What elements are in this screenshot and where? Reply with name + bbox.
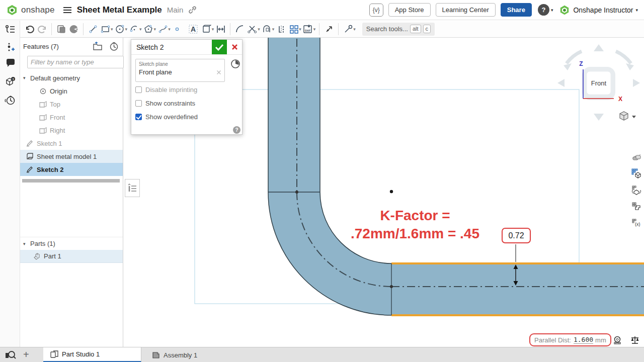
- rollback-handle-button[interactable]: [125, 179, 140, 197]
- sketch-text-button[interactable]: A: [188, 23, 200, 36]
- dimension-tool-button[interactable]: [214, 23, 227, 36]
- fillet-tool-button[interactable]: [233, 23, 246, 36]
- offset-dropdown-icon[interactable]: ▾: [272, 27, 275, 32]
- tree-node-sheet-metal-model[interactable]: Sheet metal model 1: [20, 150, 123, 163]
- new-tab-button[interactable]: +: [23, 349, 29, 360]
- onshape-logo-icon[interactable]: [6, 4, 18, 16]
- comments-button[interactable]: [4, 57, 16, 69]
- tree-node-sketch1[interactable]: Sketch 1: [20, 137, 123, 150]
- clear-selection-icon[interactable]: [216, 70, 221, 75]
- construction-tool-button[interactable]: [342, 23, 354, 36]
- folded-view-button[interactable]: [629, 182, 643, 198]
- tab-assembly-1[interactable]: Assembly 1: [145, 347, 216, 362]
- pattern-tool-button[interactable]: [287, 23, 300, 36]
- view-cube[interactable]: Front Z X: [553, 40, 644, 126]
- checkbox-disable-imprinting[interactable]: Disable imprinting: [135, 86, 197, 94]
- tab-part-studio-1[interactable]: Part Studio 1: [43, 347, 141, 362]
- document-menu-icon[interactable]: [63, 7, 72, 14]
- insert-dxf-button[interactable]: DXF: [302, 23, 314, 36]
- measure-result-box[interactable]: Parallel Dist: 1.600 mm: [529, 333, 611, 346]
- rollback-bar[interactable]: [22, 179, 120, 183]
- featurescript-icon[interactable]: {v}: [369, 4, 383, 17]
- trim-tool-button[interactable]: [246, 23, 259, 36]
- flat-pattern-view-button[interactable]: [629, 165, 643, 181]
- measure-value-field[interactable]: 1.600: [574, 336, 593, 344]
- search-tabs-button[interactable]: [5, 350, 16, 360]
- share-link-icon[interactable]: [188, 6, 197, 14]
- offset-tool-button[interactable]: [261, 23, 273, 36]
- tree-node-plane-top[interactable]: Top: [20, 98, 123, 111]
- undo-button[interactable]: [23, 23, 36, 36]
- versions-button[interactable]: [4, 42, 16, 54]
- tree-node-part1[interactable]: Part 1: [20, 250, 123, 263]
- parts-help-button[interactable]: ?: [4, 76, 16, 88]
- checkbox-show-constraints[interactable]: Show constraints: [135, 100, 195, 107]
- app-store-button[interactable]: App Store: [388, 3, 431, 17]
- mirror-tool-button[interactable]: [275, 23, 287, 36]
- checkbox-show-overdefined[interactable]: Show overdefined: [135, 113, 198, 121]
- spline-dropdown-icon[interactable]: ▾: [168, 27, 171, 32]
- arc-dropdown-icon[interactable]: ▾: [139, 27, 142, 32]
- tree-node-parts-header[interactable]: ▾ Parts (1): [20, 237, 123, 250]
- rectangle-dropdown-icon[interactable]: ▾: [111, 27, 113, 32]
- sketch-plane-field[interactable]: Sketch plane Front plane: [135, 59, 225, 82]
- spline-tool-button[interactable]: [156, 23, 169, 36]
- use-dropdown-icon[interactable]: ▾: [212, 27, 214, 32]
- rectangle-tool-button[interactable]: [99, 23, 112, 36]
- sheet-metal-table-button[interactable]: [629, 199, 643, 214]
- new-folder-icon[interactable]: [92, 42, 103, 51]
- split-button[interactable]: [67, 23, 80, 36]
- feature-history-icon[interactable]: [109, 42, 119, 51]
- filter-input[interactable]: [27, 56, 124, 68]
- dialog-help-icon[interactable]: ?: [233, 126, 240, 134]
- dialog-accept-button[interactable]: [212, 40, 227, 54]
- help-button[interactable]: ?: [538, 4, 549, 16]
- construction-dropdown-icon[interactable]: ▾: [353, 27, 356, 32]
- history-button[interactable]: [4, 94, 16, 106]
- circle-dropdown-icon[interactable]: ▾: [125, 27, 128, 32]
- tree-node-origin[interactable]: Origin: [20, 84, 123, 98]
- checkbox-icon[interactable]: [135, 100, 142, 107]
- bend-calculation-button[interactable]: (x): [629, 215, 643, 231]
- view-options-cube-icon[interactable]: [620, 112, 636, 120]
- line-tool-button[interactable]: [87, 23, 99, 36]
- view-options-caret[interactable]: [632, 116, 636, 118]
- checkbox-icon[interactable]: [135, 86, 142, 93]
- tree-node-sketch2-selected[interactable]: Sketch 2: [20, 163, 123, 176]
- polygon-tool-button[interactable]: [142, 23, 155, 36]
- redo-button[interactable]: [36, 23, 48, 36]
- tree-node-plane-right[interactable]: Right: [20, 124, 123, 137]
- help-caret-icon[interactable]: ▾: [551, 8, 553, 13]
- mass-properties-button[interactable]: [630, 335, 640, 345]
- measure-tool-button[interactable]: [613, 335, 623, 345]
- arc-tool-button[interactable]: [128, 23, 140, 36]
- tree-node-default-geometry[interactable]: ▾ Default geometry: [20, 71, 123, 84]
- workspace-name[interactable]: Main: [167, 6, 184, 14]
- document-title[interactable]: Sheet Metal Example: [77, 5, 162, 15]
- dialog-cancel-button[interactable]: [227, 40, 242, 54]
- boolean-button[interactable]: [55, 23, 67, 36]
- pattern-dropdown-icon[interactable]: ▾: [299, 27, 301, 32]
- use-convert-button[interactable]: [200, 23, 213, 36]
- inspect-tool-button[interactable]: [323, 23, 335, 36]
- polygon-dropdown-icon[interactable]: ▾: [154, 27, 156, 32]
- chevron-down-icon[interactable]: ▾: [23, 75, 30, 80]
- search-tools-box[interactable]: Search tools... alt c: [362, 23, 435, 36]
- dimension-value-box[interactable]: 0.72: [502, 228, 531, 243]
- onshape-logo-text[interactable]: onshape: [21, 5, 55, 15]
- circle-tool-button[interactable]: [114, 23, 126, 36]
- point-tool-button[interactable]: [171, 23, 184, 36]
- deferred-update-clock-icon[interactable]: [230, 59, 240, 69]
- learning-center-button[interactable]: Learning Center: [436, 3, 496, 17]
- sketch-point[interactable]: [390, 285, 393, 288]
- feature-list-toggle-button[interactable]: [4, 24, 16, 36]
- dxf-dropdown-icon[interactable]: ▾: [313, 27, 316, 32]
- checkbox-checked-icon[interactable]: [135, 114, 142, 120]
- trim-dropdown-icon[interactable]: ▾: [258, 27, 260, 32]
- user-name[interactable]: Onshape Instructor: [573, 6, 633, 14]
- sketch-point[interactable]: [295, 191, 298, 194]
- view-spin-arrows[interactable]: [567, 51, 631, 63]
- user-caret-icon[interactable]: ▾: [635, 8, 638, 13]
- tree-node-plane-front[interactable]: Front: [20, 111, 123, 124]
- bend-center-point[interactable]: [390, 190, 393, 193]
